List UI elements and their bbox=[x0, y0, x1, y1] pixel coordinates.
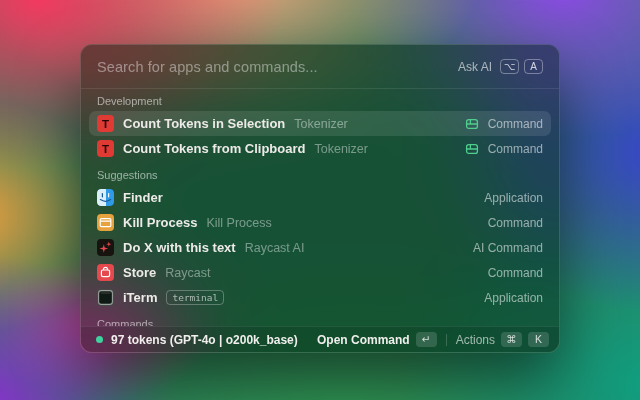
list-item-kill-process[interactable]: Kill Process Kill Process Command bbox=[89, 210, 551, 235]
item-type-label: Command bbox=[488, 266, 543, 280]
raycast-launcher-window: Search for apps and commands... Ask AI ⌥… bbox=[80, 44, 560, 353]
store-icon bbox=[97, 264, 114, 281]
item-subtitle: Tokenizer bbox=[294, 117, 348, 131]
status-bar: 97 tokens (GPT-4o | o200k_base) Open Com… bbox=[81, 326, 559, 352]
item-title: Do X with this text bbox=[123, 240, 236, 255]
kill-process-icon bbox=[97, 214, 114, 231]
item-title: Finder bbox=[123, 190, 163, 205]
desktop-background: Search for apps and commands... Ask AI ⌥… bbox=[0, 0, 640, 400]
results-list: Development T Count Tokens in Selection … bbox=[81, 89, 559, 326]
cmd-key-badge: ⌘ bbox=[501, 332, 522, 347]
item-title: Count Tokens from Clipboard bbox=[123, 141, 305, 156]
item-subtitle: Raycast AI bbox=[245, 241, 305, 255]
item-subtitle: Kill Process bbox=[206, 216, 271, 230]
section-header-development: Development bbox=[89, 92, 551, 111]
finder-icon bbox=[97, 189, 114, 206]
section-header-suggestions: Suggestions bbox=[89, 161, 551, 185]
footer-divider bbox=[446, 334, 447, 346]
item-type-label: AI Command bbox=[473, 241, 543, 255]
open-command-button[interactable]: Open Command bbox=[317, 333, 410, 347]
terminal-chip: terminal bbox=[166, 290, 224, 306]
search-input[interactable]: Search for apps and commands... bbox=[97, 59, 450, 75]
ask-ai-button[interactable]: Ask AI ⌥ A bbox=[458, 59, 543, 74]
raycast-ai-icon bbox=[97, 239, 114, 256]
item-subtitle: Raycast bbox=[165, 266, 210, 280]
token-count-status: 97 tokens (GPT-4o | o200k_base) bbox=[111, 333, 298, 347]
a-key-badge: A bbox=[524, 59, 543, 74]
status-dot-icon bbox=[96, 336, 103, 343]
item-subtitle: Tokenizer bbox=[314, 142, 368, 156]
actions-button[interactable]: Actions bbox=[456, 333, 495, 347]
ask-ai-label: Ask AI bbox=[458, 60, 492, 74]
k-key-badge: K bbox=[528, 332, 549, 347]
list-item-finder[interactable]: Finder Application bbox=[89, 185, 551, 210]
tokenizer-icon: T bbox=[97, 115, 114, 132]
footer-actions: Open Command ↵ Actions ⌘ K bbox=[317, 332, 549, 347]
item-type-label: Command bbox=[488, 117, 543, 131]
section-header-commands: Commands bbox=[89, 310, 551, 326]
list-item-do-x-with-this-text[interactable]: Do X with this text Raycast AI AI Comman… bbox=[89, 235, 551, 260]
item-title: Kill Process bbox=[123, 215, 197, 230]
list-item-count-tokens-from-clipboard[interactable]: T Count Tokens from Clipboard Tokenizer … bbox=[89, 136, 551, 161]
item-type-label: Command bbox=[488, 216, 543, 230]
list-item-iterm[interactable]: iTerm terminal Application bbox=[89, 285, 551, 310]
item-type-label: Application bbox=[484, 191, 543, 205]
item-type-label: Command bbox=[488, 142, 543, 156]
item-type-label: Application bbox=[484, 291, 543, 305]
list-item-count-tokens-in-selection[interactable]: T Count Tokens in Selection Tokenizer Co… bbox=[89, 111, 551, 136]
item-title: iTerm bbox=[123, 290, 157, 305]
tokenizer-icon: T bbox=[97, 140, 114, 157]
return-key-badge: ↵ bbox=[416, 332, 437, 347]
option-key-badge: ⌥ bbox=[500, 59, 519, 74]
list-item-store[interactable]: Store Raycast Command bbox=[89, 260, 551, 285]
command-type-icon bbox=[465, 142, 479, 156]
command-type-icon bbox=[465, 117, 479, 131]
iterm-icon bbox=[97, 289, 114, 306]
item-title: Count Tokens in Selection bbox=[123, 116, 285, 131]
search-bar[interactable]: Search for apps and commands... Ask AI ⌥… bbox=[81, 45, 559, 89]
item-title: Store bbox=[123, 265, 156, 280]
